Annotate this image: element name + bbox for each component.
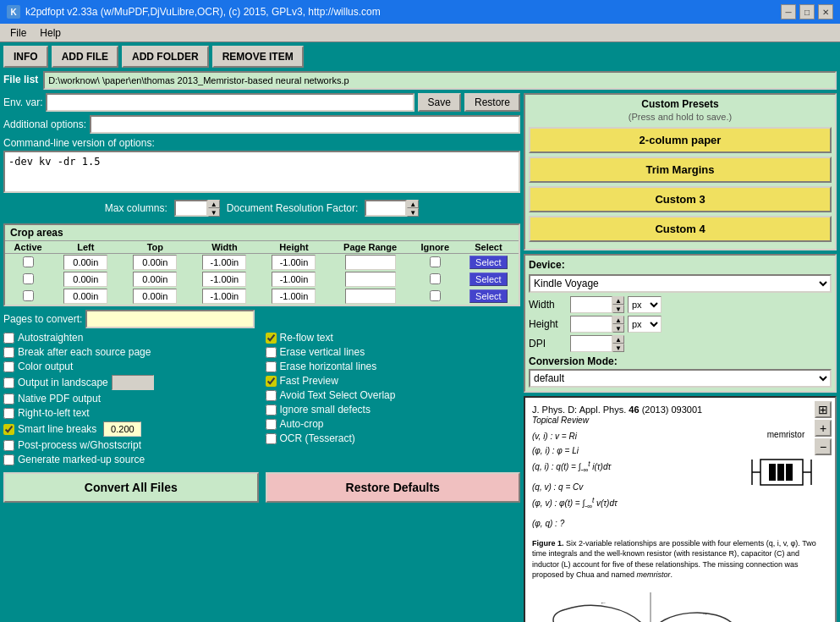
env-var-input[interactable] — [46, 93, 414, 112]
ghostscript-checkbox[interactable] — [3, 440, 14, 451]
save-button[interactable]: Save — [418, 93, 461, 112]
crop-height-2[interactable] — [272, 272, 316, 287]
menu-file[interactable]: File — [3, 25, 33, 41]
crop-active-1[interactable] — [23, 256, 34, 267]
zoom-fit-button[interactable]: ⊞ — [815, 401, 832, 418]
crop-height-3[interactable] — [272, 289, 316, 304]
table-row: Select — [5, 271, 519, 288]
col-left: Left — [51, 241, 120, 254]
height-input[interactable]: 1364 — [570, 316, 612, 333]
zoom-out-button[interactable]: − — [815, 438, 832, 455]
smart-input[interactable] — [103, 421, 141, 437]
bottom-buttons: Convert All Files Restore Defaults — [3, 472, 520, 503]
check-native: Native PDF output — [3, 393, 259, 405]
landscape-checkbox[interactable] — [3, 377, 14, 388]
autocrop-checkbox[interactable] — [266, 419, 277, 430]
width-down[interactable]: ▼ — [612, 305, 624, 313]
preset-4-button[interactable]: Custom 4 — [529, 216, 832, 242]
additional-options-input[interactable] — [90, 115, 520, 134]
title-bar: K k2pdfopt v2.33a (w/MuPDF,DjVuLibre,OCR… — [0, 0, 840, 24]
crop-left-3[interactable] — [63, 289, 107, 304]
convert-button[interactable]: Convert All Files — [3, 472, 259, 503]
max-columns-down[interactable]: ▼ — [208, 208, 220, 217]
crop-ignore-3[interactable] — [430, 290, 441, 301]
env-var-row: Env. var: Save Restore — [3, 93, 520, 112]
crop-top-2[interactable] — [133, 272, 177, 287]
rtl-checkbox[interactable] — [3, 408, 14, 419]
dpi-up[interactable]: ▲ — [612, 335, 624, 344]
dpi-input[interactable]: 300 — [570, 335, 612, 352]
crop-ignore-1[interactable] — [430, 256, 441, 267]
zoom-in-button[interactable]: + — [815, 420, 832, 437]
crop-top-3[interactable] — [133, 289, 177, 304]
crop-width-2[interactable] — [202, 272, 246, 287]
erase-h-checkbox[interactable] — [266, 361, 277, 372]
crop-select-3[interactable]: Select — [469, 289, 508, 303]
crop-left-2[interactable] — [63, 272, 107, 287]
fast-checkbox[interactable] — [266, 376, 277, 387]
crop-range-1[interactable] — [345, 255, 396, 270]
ignore-checkbox[interactable] — [266, 405, 277, 416]
close-button[interactable]: ✕ — [818, 4, 833, 19]
preset-1-button[interactable]: 2-column paper — [529, 127, 832, 153]
device-select[interactable]: Kindle Voyage Kindle Nook Custom — [529, 274, 832, 293]
columns-row: Max columns: 2 ▲ ▼ Document Resolution F… — [3, 196, 520, 220]
reflow-checkbox[interactable] — [266, 333, 277, 344]
file-list-box[interactable]: D:\worknow\ \paper\en\thomas 2013_Memris… — [43, 71, 837, 90]
minimize-button[interactable]: ─ — [781, 4, 796, 19]
menu-help[interactable]: Help — [33, 25, 68, 41]
svg-rect-3 — [777, 464, 784, 481]
break-checkbox[interactable] — [3, 347, 14, 358]
conversion-mode-select[interactable]: default fitpage crop 2col — [529, 369, 832, 388]
pages-input[interactable]: (all) — [85, 310, 255, 328]
height-down[interactable]: ▼ — [612, 324, 624, 333]
erase-v-checkbox[interactable] — [266, 347, 277, 358]
landscape-input[interactable] — [112, 375, 154, 390]
doc-res-down[interactable]: ▼ — [407, 208, 419, 217]
crop-top-1[interactable] — [133, 255, 177, 270]
doc-res-input[interactable]: 1.5 — [365, 200, 407, 217]
restore-button[interactable]: Restore — [464, 93, 520, 112]
restore-defaults-button[interactable]: Restore Defaults — [266, 472, 521, 503]
width-label: Width — [529, 299, 567, 311]
crop-ignore-2[interactable] — [430, 273, 441, 284]
info-button[interactable]: INFO — [3, 46, 48, 68]
dpi-down[interactable]: ▼ — [612, 344, 624, 352]
crop-height-1[interactable] — [272, 255, 316, 270]
avoid-checkbox[interactable] — [266, 390, 277, 401]
maximize-button[interactable]: □ — [799, 4, 815, 19]
crop-width-1[interactable] — [202, 255, 246, 270]
crop-select-1[interactable]: Select — [469, 256, 508, 269]
height-up[interactable]: ▲ — [612, 316, 624, 324]
max-columns-up[interactable]: ▲ — [208, 200, 220, 208]
conversion-mode-label: Conversion Mode: — [529, 355, 832, 367]
crop-range-2[interactable] — [345, 272, 396, 287]
preview-type: Topical Review — [532, 416, 828, 425]
max-columns-input[interactable]: 2 — [174, 200, 208, 217]
preset-2-button[interactable]: Trim Margins — [529, 157, 832, 183]
preset-3-button[interactable]: Custom 3 — [529, 186, 832, 212]
crop-range-3[interactable] — [345, 289, 396, 304]
crop-width-3[interactable] — [202, 289, 246, 304]
crop-select-2[interactable]: Select — [469, 272, 508, 286]
remove-item-button[interactable]: REMOVE ITEM — [212, 46, 304, 68]
native-checkbox[interactable] — [3, 394, 14, 405]
crop-active-3[interactable] — [23, 290, 34, 301]
add-folder-button[interactable]: ADD FOLDER — [122, 46, 209, 68]
autostraighten-checkbox[interactable] — [3, 333, 14, 344]
add-file-button[interactable]: ADD FILE — [52, 46, 118, 68]
crop-left-1[interactable] — [63, 255, 107, 270]
crop-active-2[interactable] — [23, 273, 34, 284]
width-unit-select[interactable]: pxincm — [628, 296, 662, 313]
file-list-section: File list D:\worknow\ \paper\en\thomas 2… — [3, 71, 837, 90]
color-checkbox[interactable] — [3, 361, 14, 372]
markup-checkbox[interactable] — [3, 454, 14, 465]
smart-checkbox[interactable] — [3, 424, 14, 435]
width-input[interactable]: 1016 — [570, 296, 612, 313]
doc-res-up[interactable]: ▲ — [407, 200, 419, 208]
file-list-label: File list — [3, 74, 38, 85]
width-up[interactable]: ▲ — [612, 296, 624, 305]
height-unit-select[interactable]: pxincm — [628, 316, 662, 333]
ocr-checkbox[interactable] — [266, 433, 277, 444]
dpi-row: DPI 300 ▲ ▼ — [529, 335, 832, 352]
